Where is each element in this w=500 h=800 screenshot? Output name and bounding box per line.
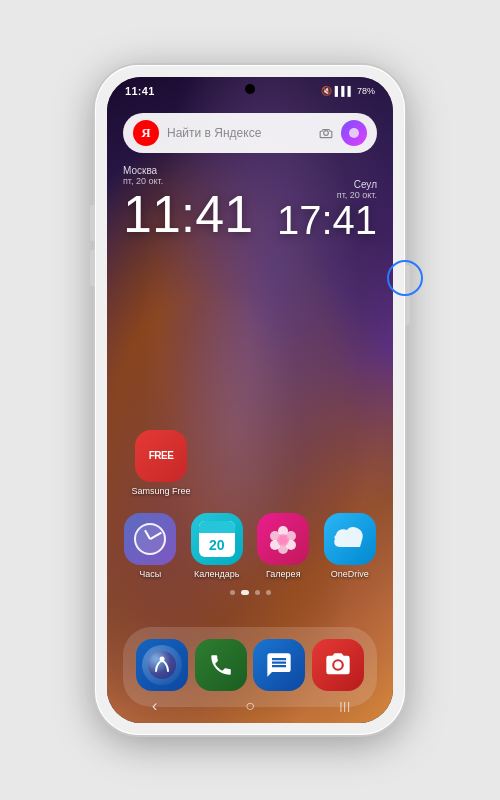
home-button[interactable]: ○ <box>232 696 268 716</box>
icon-onedrive <box>324 513 376 565</box>
icon-clock <box>124 513 176 565</box>
main-icons-row: Часы 20 Календарь <box>107 513 393 580</box>
label-gallery: Галерея <box>266 569 301 580</box>
app-item-messages[interactable] <box>250 639 309 695</box>
signal-icon: ▌▌▌ <box>335 86 354 96</box>
cal-inner: 20 <box>199 521 235 557</box>
label-clock: Часы <box>139 569 161 580</box>
time-right: 17:41 <box>277 200 377 240</box>
recent-button[interactable]: ||| <box>327 696 363 716</box>
clock-widget: Москва пт, 20 окт. 11:41 Сеул пт, 20 окт… <box>123 165 377 240</box>
clock-right: Сеул пт, 20 окт. 17:41 <box>277 179 377 240</box>
flower-svg <box>267 523 299 555</box>
app-grid: FREE Samsung Free Часы <box>107 430 393 603</box>
cal-header-bar <box>199 521 235 533</box>
clock-left: Москва пт, 20 окт. 11:41 <box>123 165 253 240</box>
app-item-bixby[interactable] <box>133 639 192 695</box>
dot-2[interactable] <box>255 590 260 595</box>
svg-point-9 <box>160 657 165 662</box>
search-placeholder: Найти в Яндексе <box>167 126 315 140</box>
label-calendar: Календарь <box>194 569 239 580</box>
clock-face <box>134 523 166 555</box>
dot-1[interactable] <box>241 590 249 595</box>
alice-icon[interactable] <box>341 120 367 146</box>
mute-icon: 🔇 <box>321 86 332 96</box>
status-icons: 🔇 ▌▌▌ 78% <box>321 86 375 96</box>
page-dots <box>107 590 393 595</box>
dot-0[interactable] <box>230 590 235 595</box>
app-item-camera[interactable] <box>309 639 368 695</box>
icon-gallery <box>257 513 309 565</box>
city-right: Сеул <box>354 179 377 190</box>
nav-bar: ‹ ○ ||| <box>107 693 393 723</box>
svg-point-8 <box>148 651 176 679</box>
phone-screen: 11:41 🔇 ▌▌▌ 78% Я Найти в Яндексе Москва <box>107 77 393 723</box>
clock-minute-hand <box>150 532 162 540</box>
icon-phone <box>195 639 247 691</box>
app-item-samsung-free[interactable]: FREE Samsung Free <box>131 430 191 497</box>
samsung-free-row: FREE Samsung Free <box>107 430 393 497</box>
volume-down-button[interactable] <box>90 250 95 286</box>
free-text: FREE <box>149 451 174 461</box>
back-button[interactable]: ‹ <box>137 696 173 716</box>
app-item-onedrive[interactable]: OneDrive <box>320 513 380 580</box>
app-item-gallery[interactable]: Галерея <box>253 513 313 580</box>
icon-calendar: 20 <box>191 513 243 565</box>
app-item-clock[interactable]: Часы <box>120 513 180 580</box>
app-item-calendar[interactable]: 20 Календарь <box>187 513 247 580</box>
front-camera <box>245 84 255 94</box>
time-left: 11:41 <box>123 188 253 240</box>
svg-point-7 <box>277 534 289 546</box>
cal-date-num: 20 <box>199 533 235 557</box>
label-onedrive: OneDrive <box>331 569 369 580</box>
app-item-phone[interactable] <box>192 639 251 695</box>
label-samsung-free: Samsung Free <box>131 486 190 497</box>
volume-up-button[interactable] <box>90 205 95 241</box>
battery-text: 78% <box>357 86 375 96</box>
icon-samsung-free: FREE <box>135 430 187 482</box>
city-left: Москва <box>123 165 253 176</box>
yandex-logo: Я <box>133 120 159 146</box>
svg-point-0 <box>324 131 329 136</box>
search-bar[interactable]: Я Найти в Яндексе <box>123 113 377 153</box>
icon-bixby <box>136 639 188 691</box>
bixby-button-indicator <box>387 260 423 296</box>
phone-outer: 11:41 🔇 ▌▌▌ 78% Я Найти в Яндексе Москва <box>95 65 405 735</box>
icon-camera <box>312 639 364 691</box>
dot-3[interactable] <box>266 590 271 595</box>
icon-messages <box>253 639 305 691</box>
status-time: 11:41 <box>125 85 155 97</box>
search-camera-icon[interactable] <box>315 122 337 144</box>
onedrive-cloud-svg <box>332 525 368 553</box>
